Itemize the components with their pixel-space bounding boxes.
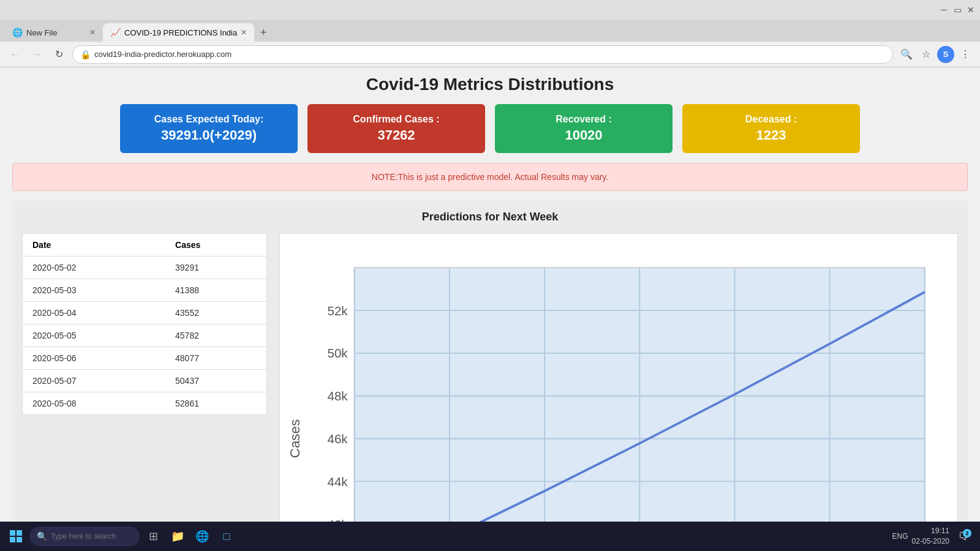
table-row: 2020-05-0648077	[23, 347, 267, 370]
taskbar-right: ENG 19:11 02-05-2020 🗨 2	[892, 525, 975, 547]
stat-recovered-label: Recovered :	[505, 114, 663, 125]
tab-new-file-icon: 🌐	[12, 28, 23, 37]
table-cell-cases: 45782	[165, 324, 266, 347]
file-explorer-button[interactable]: 📁	[167, 525, 189, 547]
stat-card-today: Cases Expected Today: 39291.0(+2029)	[120, 104, 298, 153]
stat-confirmed-label: Confirmed Cases :	[317, 114, 475, 125]
predictions-body: Date Cases 2020-05-02392912020-05-034138…	[22, 233, 958, 551]
table-row: 2020-05-0239291	[23, 257, 267, 279]
table-cell-date: 2020-05-04	[23, 302, 166, 324]
table-row: 2020-05-0750437	[23, 370, 267, 392]
tab-covid-close[interactable]: ✕	[241, 28, 247, 37]
taskbar-search[interactable]: 🔍	[29, 527, 140, 546]
window-controls: ─ ▭ ✕	[940, 6, 975, 14]
table-cell-cases: 52861	[165, 392, 266, 415]
menu-icon-btn[interactable]: ⋮	[957, 46, 974, 63]
svg-text:44k: 44k	[328, 474, 349, 489]
note-banner: NOTE:This is just a predictive model. Ac…	[12, 163, 968, 191]
stat-card-deceased: Deceased : 1223	[682, 104, 860, 153]
minimize-button[interactable]: ─	[940, 6, 948, 14]
svg-text:48k: 48k	[328, 389, 349, 403]
maximize-button[interactable]: ▭	[953, 6, 962, 14]
stat-recovered-value: 10020	[505, 127, 663, 143]
predictions-section: Predictions for Next Week Date Cases 202…	[12, 201, 968, 551]
vscode-taskbar-button[interactable]: □	[216, 525, 238, 547]
table-cell-cases: 39291	[165, 257, 266, 279]
tab-covid-predictions[interactable]: 📈 COVID-19 PREDICTIONS India ✕	[103, 23, 254, 42]
back-button[interactable]: ←	[6, 46, 23, 63]
task-view-button[interactable]: ⊞	[142, 525, 164, 547]
title-bar: ─ ▭ ✕	[0, 0, 980, 20]
taskbar: 🔍 ⊞ 📁 🌐 □ ENG 19:11 02-05-2020 🗨 2	[0, 522, 980, 551]
tabs-bar: 🌐 New File ✕ 📈 COVID-19 PREDICTIONS Indi…	[0, 20, 980, 42]
table-row: 2020-05-0341388	[23, 279, 267, 302]
new-tab-button[interactable]: +	[254, 23, 273, 42]
tab-new-file[interactable]: 🌐 New File ✕	[5, 23, 103, 42]
url-text: covid19-india-predictor.herokuapp.com	[94, 50, 885, 59]
taskbar-lang: ENG	[892, 532, 908, 541]
bookmark-icon-btn[interactable]: ☆	[918, 46, 935, 63]
start-button[interactable]	[5, 525, 27, 547]
url-bar[interactable]: 🔒 covid19-india-predictor.herokuapp.com	[72, 45, 893, 64]
page-title: Covid-19 Metrics Distributions	[0, 67, 980, 99]
close-button[interactable]: ✕	[967, 6, 975, 14]
table-cell-cases: 41388	[165, 279, 266, 302]
tab-new-file-label: New File	[26, 28, 58, 37]
stat-deceased-label: Deceased :	[692, 114, 850, 125]
table-row: 2020-05-0545782	[23, 324, 267, 347]
taskbar-date-value: 02-05-2020	[912, 536, 949, 547]
stat-deceased-value: 1223	[692, 127, 850, 143]
chrome-taskbar-button[interactable]: 🌐	[191, 525, 213, 547]
svg-text:50k: 50k	[328, 346, 349, 360]
refresh-button[interactable]: ↻	[50, 46, 67, 63]
col-header-cases: Cases	[165, 234, 266, 257]
predictions-chart: 40k42k44k46k48k50k52kMay 22020May 3May 4…	[286, 244, 948, 551]
page-content: Covid-19 Metrics Distributions Cases Exp…	[0, 67, 980, 551]
table-row: 2020-05-0852861	[23, 392, 267, 415]
stat-today-value: 39291.0(+2029)	[130, 127, 288, 143]
table-cell-date: 2020-05-05	[23, 324, 166, 347]
table-cell-cases: 43552	[165, 302, 266, 324]
tab-covid-label: COVID-19 PREDICTIONS India	[124, 28, 237, 37]
table-cell-date: 2020-05-08	[23, 392, 166, 415]
stat-card-confirmed: Confirmed Cases : 37262	[307, 104, 485, 153]
predictions-title: Predictions for Next Week	[22, 211, 958, 223]
svg-text:46k: 46k	[328, 432, 349, 446]
address-bar: ← → ↻ 🔒 covid19-india-predictor.herokuap…	[0, 42, 980, 67]
stat-confirmed-value: 37262	[317, 127, 475, 143]
table-cell-date: 2020-05-03	[23, 279, 166, 302]
notification-button[interactable]: 🗨 2	[953, 525, 975, 547]
table-cell-date: 2020-05-06	[23, 347, 166, 370]
windows-logo-icon	[10, 530, 22, 542]
stats-row: Cases Expected Today: 39291.0(+2029) Con…	[0, 99, 980, 163]
profile-avatar[interactable]: S	[937, 46, 954, 63]
address-bar-right: 🔍 ☆ S ⋮	[898, 46, 974, 63]
taskbar-search-input[interactable]	[51, 532, 124, 541]
tab-covid-icon: 📈	[110, 28, 121, 37]
secure-icon: 🔒	[80, 50, 91, 59]
stat-card-recovered: Recovered : 10020	[495, 104, 673, 153]
svg-text:Cases: Cases	[287, 419, 303, 458]
browser-chrome: ─ ▭ ✕ 🌐 New File ✕ 📈 COVID-19 PREDICTION…	[0, 0, 980, 67]
taskbar-time-value: 19:11	[912, 526, 949, 536]
taskbar-datetime: 19:11 02-05-2020	[912, 526, 949, 547]
predictions-table-wrap: Date Cases 2020-05-02392912020-05-034138…	[22, 233, 267, 551]
stat-today-label: Cases Expected Today:	[130, 114, 288, 125]
table-cell-date: 2020-05-07	[23, 370, 166, 392]
table-cell-cases: 48077	[165, 347, 266, 370]
col-header-date: Date	[23, 234, 166, 257]
table-cell-cases: 50437	[165, 370, 266, 392]
predictions-table: Date Cases 2020-05-02392912020-05-034138…	[22, 233, 267, 415]
note-text: NOTE:This is just a predictive model. Ac…	[372, 172, 608, 182]
taskbar-search-icon: 🔍	[37, 531, 47, 541]
table-row: 2020-05-0443552	[23, 302, 267, 324]
svg-text:52k: 52k	[328, 304, 349, 318]
predictions-chart-wrap: 40k42k44k46k48k50k52kMay 22020May 3May 4…	[279, 233, 958, 551]
search-icon-btn[interactable]: 🔍	[898, 46, 915, 63]
forward-button[interactable]: →	[28, 46, 45, 63]
table-cell-date: 2020-05-02	[23, 257, 166, 279]
tab-new-file-close[interactable]: ✕	[89, 28, 96, 37]
notification-badge: 2	[963, 529, 971, 538]
